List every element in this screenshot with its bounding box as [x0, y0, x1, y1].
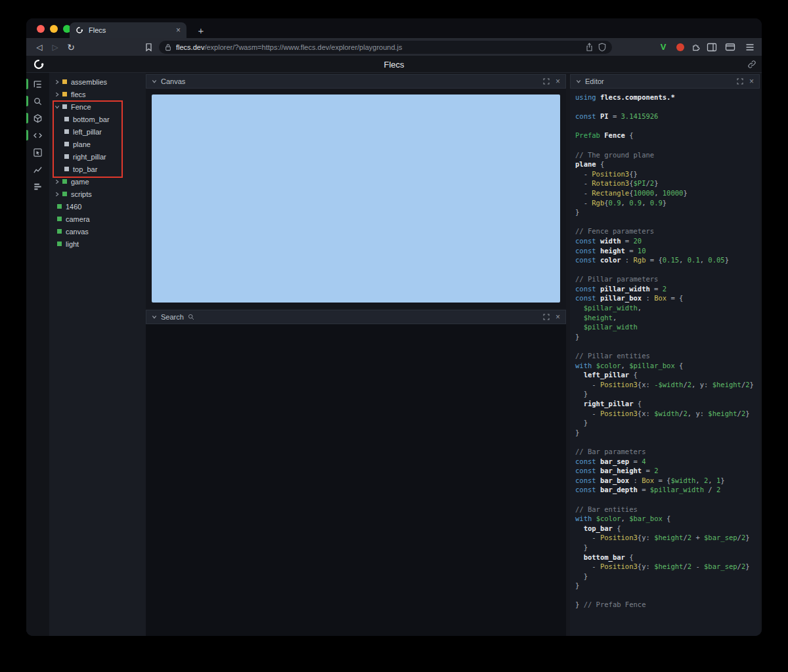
- share-icon[interactable]: [585, 43, 594, 52]
- search-panel-title: Search: [161, 313, 184, 321]
- code-line: - Position3{y: $height/2 + $bar_sep/2}: [575, 533, 755, 543]
- chevron-right-icon[interactable]: [55, 92, 62, 97]
- tree-item-label: light: [66, 240, 79, 248]
- address-bar[interactable]: flecs.dev/explorer/?wasm=https://www.fle…: [159, 41, 612, 54]
- menu-icon[interactable]: [742, 38, 758, 56]
- tree-item-plane[interactable]: plane: [49, 138, 146, 150]
- search-panel: Search ×: [146, 310, 566, 636]
- entity-kind-icon: [62, 104, 67, 109]
- entity-kind-icon: [57, 204, 62, 209]
- rail-button-scene-cube[interactable]: [26, 110, 49, 127]
- url-domain: flecs.dev: [176, 43, 204, 51]
- entity-kind-icon: [64, 154, 69, 159]
- tree-item-camera[interactable]: camera: [49, 213, 146, 225]
- close-window-button[interactable]: [37, 25, 45, 33]
- entity-kind-icon: [62, 92, 67, 96]
- tree-item-1460[interactable]: 1460: [49, 200, 146, 213]
- tree-item-bottom_bar[interactable]: bottom_bar: [49, 113, 146, 125]
- v-extension-icon[interactable]: V: [655, 38, 671, 56]
- browser-toolbar: ◁ ▷ ↻ flecs.dev/explorer/?wasm=https://w…: [26, 38, 762, 56]
- icon-rail: [26, 73, 49, 636]
- code-line: }: [575, 418, 755, 428]
- code-line: // Pillar parameters: [575, 274, 755, 284]
- editor-panel-title: Editor: [585, 77, 604, 85]
- close-panel-icon[interactable]: ×: [556, 313, 560, 321]
- code-line: }: [575, 332, 755, 342]
- tree-item-right_pillar[interactable]: right_pillar: [49, 150, 146, 163]
- permalink-icon[interactable]: [747, 60, 756, 69]
- minimize-window-button[interactable]: [50, 25, 58, 33]
- rail-button-inspector-cursor[interactable]: [26, 144, 49, 161]
- entity-kind-icon: [57, 242, 62, 246]
- code-line: - Rgb{0.9, 0.9, 0.9}: [575, 198, 755, 208]
- bookmark-icon[interactable]: [141, 38, 156, 56]
- chevron-down-icon[interactable]: [55, 104, 62, 110]
- collapse-chevron-icon[interactable]: [152, 79, 157, 84]
- extensions-puzzle-icon[interactable]: [688, 38, 704, 56]
- reload-button[interactable]: ↻: [63, 38, 79, 56]
- chevron-right-icon[interactable]: [55, 179, 62, 184]
- expand-panel-icon[interactable]: [737, 78, 743, 85]
- code-line: }: [575, 389, 755, 399]
- rail-button-query-search[interactable]: [26, 93, 49, 110]
- rail-button-stats-chart[interactable]: [26, 161, 49, 178]
- browser-tab[interactable]: Flecs ×: [70, 22, 186, 38]
- tree-item-scripts[interactable]: scripts: [49, 188, 146, 200]
- 3d-viewport[interactable]: [152, 94, 560, 303]
- tree-item-flecs[interactable]: flecs: [49, 88, 146, 100]
- code-line: [575, 591, 755, 600]
- code-line: [575, 265, 755, 275]
- expand-panel-icon[interactable]: [543, 78, 550, 85]
- rail-button-code-editor[interactable]: [26, 127, 49, 144]
- code-editor[interactable]: using flecs.components.* const PI = 3.14…: [570, 89, 760, 636]
- code-line: plane {: [575, 159, 755, 169]
- tree-item-canvas[interactable]: canvas: [49, 225, 146, 238]
- traffic-lights: [37, 25, 71, 33]
- tree-item-game[interactable]: game: [49, 175, 146, 188]
- code-line: const PI = 3.1415926: [575, 112, 755, 121]
- back-button[interactable]: ◁: [32, 38, 47, 56]
- tab-close-icon[interactable]: ×: [176, 26, 181, 35]
- entity-kind-icon: [62, 179, 67, 184]
- chevron-right-icon[interactable]: [55, 79, 62, 85]
- stats-chart-icon: [33, 165, 43, 175]
- rail-button-entity-tree[interactable]: [26, 75, 49, 93]
- tree-item-label: right_pillar: [73, 153, 106, 161]
- code-line: [575, 140, 755, 150]
- code-line: top_bar {: [575, 524, 755, 534]
- brave-shield-icon[interactable]: [598, 43, 606, 52]
- lock-icon: [165, 43, 171, 51]
- code-line: const bar_depth = $pillar_width / 2: [575, 485, 755, 495]
- tree-item-Fence[interactable]: Fence: [49, 100, 146, 113]
- tree-item-label: left_pillar: [73, 128, 102, 136]
- expand-panel-icon[interactable]: [543, 314, 550, 320]
- code-line: // Pillar entities: [575, 351, 755, 361]
- code-line: [575, 121, 755, 131]
- collapse-chevron-icon[interactable]: [152, 314, 157, 320]
- code-line: [575, 102, 755, 112]
- chevron-right-icon[interactable]: [55, 192, 62, 197]
- collapse-chevron-icon[interactable]: [576, 79, 581, 84]
- tree-item-light[interactable]: light: [49, 238, 146, 250]
- tab-strip: Flecs × +: [26, 18, 762, 38]
- rail-button-metrics-bars[interactable]: [26, 178, 49, 195]
- tree-item-top_bar[interactable]: top_bar: [49, 163, 146, 175]
- tree-item-label: 1460: [66, 203, 81, 211]
- red-extension-icon[interactable]: [672, 38, 688, 56]
- code-line: [575, 341, 755, 351]
- code-line: const pillar_width = 2: [575, 284, 755, 294]
- code-line: $pillar_width: [575, 322, 755, 332]
- wallet-icon[interactable]: [722, 38, 738, 56]
- canvas-panel-title: Canvas: [161, 77, 185, 85]
- tree-item-assemblies[interactable]: assemblies: [49, 75, 146, 88]
- code-line: - Position3{x: -$width/2, y: $height/2}: [575, 380, 755, 390]
- code-line: // Bar entities: [575, 505, 755, 514]
- close-panel-icon[interactable]: ×: [556, 77, 560, 85]
- close-panel-icon[interactable]: ×: [749, 77, 754, 85]
- tree-item-left_pillar[interactable]: left_pillar: [49, 125, 146, 138]
- code-line: using flecs.components.*: [575, 93, 755, 102]
- sidebar-icon[interactable]: [704, 38, 720, 56]
- forward-button[interactable]: ▷: [47, 38, 63, 56]
- new-tab-button[interactable]: +: [193, 22, 209, 38]
- code-line: }: [575, 543, 755, 553]
